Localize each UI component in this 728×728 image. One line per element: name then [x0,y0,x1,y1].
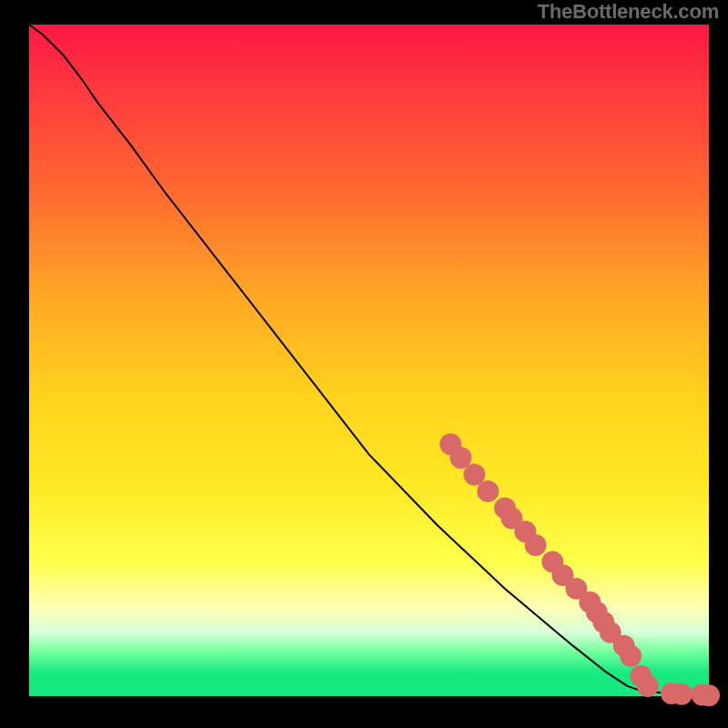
watermark-text: TheBottleneck.com [537,0,719,24]
chart-frame: TheBottleneck.com [0,0,728,728]
data-point [477,480,499,502]
data-point [620,645,642,667]
bottleneck-chart [0,0,728,728]
plot-background [29,25,709,696]
data-point [463,464,485,486]
data-point [525,534,547,556]
data-point [637,675,659,697]
data-point [450,447,471,469]
data-point [671,683,693,705]
data-point [698,684,720,706]
